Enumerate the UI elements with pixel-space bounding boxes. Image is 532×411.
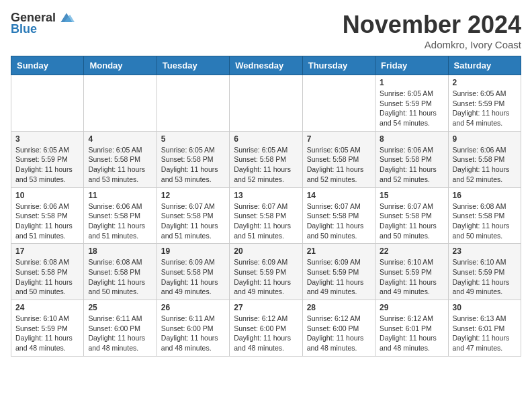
day-number: 29 <box>380 303 443 312</box>
calendar-table: SundayMondayTuesdayWednesdayThursdayFrid… <box>11 56 521 357</box>
day-number: 10 <box>15 191 79 200</box>
calendar-dow-wednesday: Wednesday <box>230 56 302 75</box>
day-info: Sunrise: 6:11 AMSunset: 6:00 PMDaylight:… <box>161 314 225 353</box>
calendar-cell: 4Sunrise: 6:05 AMSunset: 5:58 PMDaylight… <box>84 131 157 187</box>
calendar-week-row: 17Sunrise: 6:08 AMSunset: 5:58 PMDayligh… <box>11 244 521 300</box>
day-info: Sunrise: 6:05 AMSunset: 5:59 PMDaylight:… <box>453 89 517 128</box>
calendar-cell: 1Sunrise: 6:05 AMSunset: 5:59 PMDaylight… <box>375 75 448 132</box>
day-number: 3 <box>15 134 79 144</box>
day-info: Sunrise: 6:12 AMSunset: 6:01 PMDaylight:… <box>380 314 443 353</box>
calendar-cell: 6Sunrise: 6:05 AMSunset: 5:58 PMDaylight… <box>230 131 302 187</box>
calendar-cell <box>11 75 84 132</box>
day-info: Sunrise: 6:09 AMSunset: 5:59 PMDaylight:… <box>307 257 371 297</box>
calendar-cell: 20Sunrise: 6:09 AMSunset: 5:59 PMDayligh… <box>230 244 302 300</box>
calendar-dow-friday: Friday <box>375 56 448 75</box>
day-info: Sunrise: 6:11 AMSunset: 6:00 PMDaylight:… <box>88 314 152 353</box>
calendar-cell: 8Sunrise: 6:06 AMSunset: 5:58 PMDaylight… <box>375 131 448 187</box>
calendar-cell <box>230 75 302 132</box>
day-info: Sunrise: 6:10 AMSunset: 5:59 PMDaylight:… <box>453 257 517 297</box>
calendar-cell: 29Sunrise: 6:12 AMSunset: 6:01 PMDayligh… <box>375 300 448 357</box>
calendar-cell: 26Sunrise: 6:11 AMSunset: 6:00 PMDayligh… <box>157 300 229 357</box>
day-number: 19 <box>161 246 225 256</box>
calendar-dow-saturday: Saturday <box>448 56 521 75</box>
calendar-cell: 25Sunrise: 6:11 AMSunset: 6:00 PMDayligh… <box>84 300 157 357</box>
day-info: Sunrise: 6:05 AMSunset: 5:58 PMDaylight:… <box>307 145 371 185</box>
day-number: 24 <box>15 303 79 312</box>
calendar-cell: 17Sunrise: 6:08 AMSunset: 5:58 PMDayligh… <box>11 244 84 300</box>
day-info: Sunrise: 6:09 AMSunset: 5:59 PMDaylight:… <box>234 257 298 297</box>
calendar-cell: 22Sunrise: 6:10 AMSunset: 5:59 PMDayligh… <box>375 244 448 300</box>
calendar-dow-monday: Monday <box>84 56 157 75</box>
day-info: Sunrise: 6:07 AMSunset: 5:58 PMDaylight:… <box>307 201 371 241</box>
day-number: 7 <box>307 134 371 144</box>
location-subtitle: Adomkro, Ivory Coast <box>343 39 521 50</box>
day-info: Sunrise: 6:10 AMSunset: 5:59 PMDaylight:… <box>380 257 443 297</box>
calendar-cell: 12Sunrise: 6:07 AMSunset: 5:58 PMDayligh… <box>157 187 229 244</box>
day-info: Sunrise: 6:05 AMSunset: 5:58 PMDaylight:… <box>161 145 225 185</box>
day-info: Sunrise: 6:12 AMSunset: 6:00 PMDaylight:… <box>307 314 371 353</box>
calendar-cell: 28Sunrise: 6:12 AMSunset: 6:00 PMDayligh… <box>302 300 375 357</box>
logo: General Blue <box>11 11 75 36</box>
calendar-week-row: 1Sunrise: 6:05 AMSunset: 5:59 PMDaylight… <box>11 75 521 132</box>
day-info: Sunrise: 6:06 AMSunset: 5:58 PMDaylight:… <box>88 201 152 241</box>
day-info: Sunrise: 6:10 AMSunset: 5:59 PMDaylight:… <box>15 314 79 353</box>
day-info: Sunrise: 6:05 AMSunset: 5:59 PMDaylight:… <box>15 145 79 185</box>
calendar-cell: 18Sunrise: 6:08 AMSunset: 5:58 PMDayligh… <box>84 244 157 300</box>
day-number: 20 <box>234 246 298 256</box>
day-number: 27 <box>234 303 298 312</box>
day-info: Sunrise: 6:08 AMSunset: 5:58 PMDaylight:… <box>88 257 152 297</box>
day-number: 23 <box>453 246 517 256</box>
calendar-cell: 30Sunrise: 6:13 AMSunset: 6:01 PMDayligh… <box>448 300 521 357</box>
calendar-cell: 21Sunrise: 6:09 AMSunset: 5:59 PMDayligh… <box>302 244 375 300</box>
calendar-cell: 10Sunrise: 6:06 AMSunset: 5:58 PMDayligh… <box>11 187 84 244</box>
month-title: November 2024 <box>343 11 521 39</box>
day-number: 22 <box>380 246 443 256</box>
calendar-dow-thursday: Thursday <box>302 56 375 75</box>
calendar-week-row: 10Sunrise: 6:06 AMSunset: 5:58 PMDayligh… <box>11 187 521 244</box>
day-info: Sunrise: 6:09 AMSunset: 5:58 PMDaylight:… <box>161 257 225 297</box>
day-number: 13 <box>234 191 298 200</box>
calendar-cell <box>302 75 375 132</box>
day-info: Sunrise: 6:08 AMSunset: 5:58 PMDaylight:… <box>453 201 517 241</box>
calendar-cell: 14Sunrise: 6:07 AMSunset: 5:58 PMDayligh… <box>302 187 375 244</box>
day-info: Sunrise: 6:07 AMSunset: 5:58 PMDaylight:… <box>380 201 443 241</box>
day-info: Sunrise: 6:06 AMSunset: 5:58 PMDaylight:… <box>380 145 443 185</box>
calendar-cell: 19Sunrise: 6:09 AMSunset: 5:58 PMDayligh… <box>157 244 229 300</box>
calendar-cell: 7Sunrise: 6:05 AMSunset: 5:58 PMDaylight… <box>302 131 375 187</box>
day-info: Sunrise: 6:13 AMSunset: 6:01 PMDaylight:… <box>453 314 517 353</box>
day-number: 1 <box>380 78 443 87</box>
calendar-dow-tuesday: Tuesday <box>157 56 229 75</box>
calendar-cell: 16Sunrise: 6:08 AMSunset: 5:58 PMDayligh… <box>448 187 521 244</box>
day-info: Sunrise: 6:07 AMSunset: 5:58 PMDaylight:… <box>161 201 225 241</box>
calendar-cell: 11Sunrise: 6:06 AMSunset: 5:58 PMDayligh… <box>84 187 157 244</box>
calendar-cell: 9Sunrise: 6:06 AMSunset: 5:58 PMDaylight… <box>448 131 521 187</box>
day-number: 4 <box>88 134 152 144</box>
title-block: November 2024 Adomkro, Ivory Coast <box>343 11 521 50</box>
calendar-cell: 27Sunrise: 6:12 AMSunset: 6:00 PMDayligh… <box>230 300 302 357</box>
day-number: 28 <box>307 303 371 312</box>
day-number: 30 <box>453 303 517 312</box>
calendar-cell: 5Sunrise: 6:05 AMSunset: 5:58 PMDaylight… <box>157 131 229 187</box>
day-number: 14 <box>307 191 371 200</box>
calendar-cell: 15Sunrise: 6:07 AMSunset: 5:58 PMDayligh… <box>375 187 448 244</box>
day-number: 17 <box>15 246 79 256</box>
day-info: Sunrise: 6:05 AMSunset: 5:58 PMDaylight:… <box>234 145 298 185</box>
day-number: 25 <box>88 303 152 312</box>
day-number: 26 <box>161 303 225 312</box>
day-number: 15 <box>380 191 443 200</box>
day-number: 2 <box>453 78 517 87</box>
logo-icon <box>58 11 75 25</box>
day-info: Sunrise: 6:08 AMSunset: 5:58 PMDaylight:… <box>15 257 79 297</box>
page-header: General Blue November 2024 Adomkro, Ivor… <box>11 11 521 50</box>
calendar-header-row: SundayMondayTuesdayWednesdayThursdayFrid… <box>11 56 521 75</box>
calendar-cell: 13Sunrise: 6:07 AMSunset: 5:58 PMDayligh… <box>230 187 302 244</box>
day-info: Sunrise: 6:06 AMSunset: 5:58 PMDaylight:… <box>15 201 79 241</box>
day-number: 18 <box>88 246 152 256</box>
calendar-cell: 2Sunrise: 6:05 AMSunset: 5:59 PMDaylight… <box>448 75 521 132</box>
day-number: 8 <box>380 134 443 144</box>
day-info: Sunrise: 6:07 AMSunset: 5:58 PMDaylight:… <box>234 201 298 241</box>
day-number: 16 <box>453 191 517 200</box>
day-number: 12 <box>161 191 225 200</box>
calendar-week-row: 24Sunrise: 6:10 AMSunset: 5:59 PMDayligh… <box>11 300 521 357</box>
day-number: 11 <box>88 191 152 200</box>
